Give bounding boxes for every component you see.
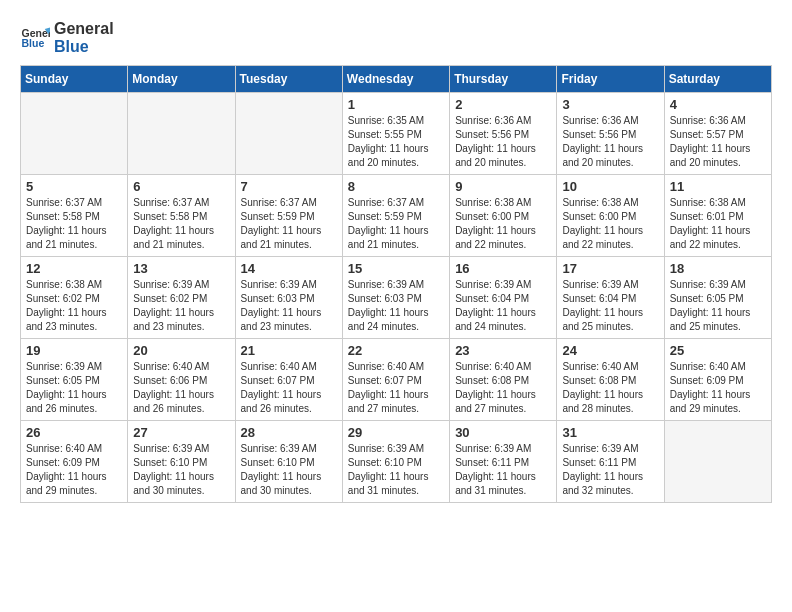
day-number: 8 bbox=[348, 179, 444, 194]
day-info: Sunrise: 6:36 AMSunset: 5:56 PMDaylight:… bbox=[455, 114, 551, 170]
svg-text:Blue: Blue bbox=[22, 37, 45, 49]
day-number: 28 bbox=[241, 425, 337, 440]
calendar-cell: 26Sunrise: 6:40 AMSunset: 6:09 PMDayligh… bbox=[21, 421, 128, 503]
day-info: Sunrise: 6:38 AMSunset: 6:00 PMDaylight:… bbox=[455, 196, 551, 252]
day-number: 10 bbox=[562, 179, 658, 194]
day-number: 18 bbox=[670, 261, 766, 276]
day-number: 4 bbox=[670, 97, 766, 112]
day-info: Sunrise: 6:37 AMSunset: 5:58 PMDaylight:… bbox=[26, 196, 122, 252]
logo: General Blue General Blue bbox=[20, 20, 114, 55]
calendar-cell bbox=[235, 93, 342, 175]
day-number: 26 bbox=[26, 425, 122, 440]
day-number: 31 bbox=[562, 425, 658, 440]
calendar-week-row: 1Sunrise: 6:35 AMSunset: 5:55 PMDaylight… bbox=[21, 93, 772, 175]
weekday-header-sunday: Sunday bbox=[21, 66, 128, 93]
day-number: 6 bbox=[133, 179, 229, 194]
calendar-week-row: 19Sunrise: 6:39 AMSunset: 6:05 PMDayligh… bbox=[21, 339, 772, 421]
day-number: 12 bbox=[26, 261, 122, 276]
calendar-cell: 29Sunrise: 6:39 AMSunset: 6:10 PMDayligh… bbox=[342, 421, 449, 503]
calendar-week-row: 5Sunrise: 6:37 AMSunset: 5:58 PMDaylight… bbox=[21, 175, 772, 257]
day-info: Sunrise: 6:37 AMSunset: 5:59 PMDaylight:… bbox=[241, 196, 337, 252]
calendar-cell: 31Sunrise: 6:39 AMSunset: 6:11 PMDayligh… bbox=[557, 421, 664, 503]
day-info: Sunrise: 6:39 AMSunset: 6:03 PMDaylight:… bbox=[241, 278, 337, 334]
calendar-cell: 24Sunrise: 6:40 AMSunset: 6:08 PMDayligh… bbox=[557, 339, 664, 421]
weekday-header-wednesday: Wednesday bbox=[342, 66, 449, 93]
calendar-cell: 14Sunrise: 6:39 AMSunset: 6:03 PMDayligh… bbox=[235, 257, 342, 339]
day-number: 1 bbox=[348, 97, 444, 112]
day-info: Sunrise: 6:40 AMSunset: 6:09 PMDaylight:… bbox=[670, 360, 766, 416]
day-number: 5 bbox=[26, 179, 122, 194]
weekday-header-friday: Friday bbox=[557, 66, 664, 93]
day-info: Sunrise: 6:40 AMSunset: 6:08 PMDaylight:… bbox=[562, 360, 658, 416]
calendar-cell: 28Sunrise: 6:39 AMSunset: 6:10 PMDayligh… bbox=[235, 421, 342, 503]
calendar-cell: 8Sunrise: 6:37 AMSunset: 5:59 PMDaylight… bbox=[342, 175, 449, 257]
day-number: 9 bbox=[455, 179, 551, 194]
day-number: 7 bbox=[241, 179, 337, 194]
day-number: 16 bbox=[455, 261, 551, 276]
calendar-cell: 20Sunrise: 6:40 AMSunset: 6:06 PMDayligh… bbox=[128, 339, 235, 421]
day-number: 15 bbox=[348, 261, 444, 276]
calendar-cell: 13Sunrise: 6:39 AMSunset: 6:02 PMDayligh… bbox=[128, 257, 235, 339]
day-info: Sunrise: 6:39 AMSunset: 6:03 PMDaylight:… bbox=[348, 278, 444, 334]
day-info: Sunrise: 6:40 AMSunset: 6:08 PMDaylight:… bbox=[455, 360, 551, 416]
weekday-header-row: SundayMondayTuesdayWednesdayThursdayFrid… bbox=[21, 66, 772, 93]
day-info: Sunrise: 6:37 AMSunset: 5:59 PMDaylight:… bbox=[348, 196, 444, 252]
day-number: 22 bbox=[348, 343, 444, 358]
day-info: Sunrise: 6:37 AMSunset: 5:58 PMDaylight:… bbox=[133, 196, 229, 252]
day-number: 19 bbox=[26, 343, 122, 358]
day-number: 13 bbox=[133, 261, 229, 276]
calendar-cell: 16Sunrise: 6:39 AMSunset: 6:04 PMDayligh… bbox=[450, 257, 557, 339]
day-info: Sunrise: 6:38 AMSunset: 6:02 PMDaylight:… bbox=[26, 278, 122, 334]
day-number: 3 bbox=[562, 97, 658, 112]
calendar-cell: 9Sunrise: 6:38 AMSunset: 6:00 PMDaylight… bbox=[450, 175, 557, 257]
calendar-cell: 17Sunrise: 6:39 AMSunset: 6:04 PMDayligh… bbox=[557, 257, 664, 339]
day-info: Sunrise: 6:40 AMSunset: 6:09 PMDaylight:… bbox=[26, 442, 122, 498]
logo-blue: Blue bbox=[54, 38, 114, 56]
calendar-cell bbox=[21, 93, 128, 175]
day-info: Sunrise: 6:39 AMSunset: 6:10 PMDaylight:… bbox=[133, 442, 229, 498]
calendar-cell bbox=[664, 421, 771, 503]
day-info: Sunrise: 6:39 AMSunset: 6:10 PMDaylight:… bbox=[348, 442, 444, 498]
day-number: 29 bbox=[348, 425, 444, 440]
day-number: 27 bbox=[133, 425, 229, 440]
calendar-cell: 3Sunrise: 6:36 AMSunset: 5:56 PMDaylight… bbox=[557, 93, 664, 175]
calendar-cell: 2Sunrise: 6:36 AMSunset: 5:56 PMDaylight… bbox=[450, 93, 557, 175]
calendar-cell: 22Sunrise: 6:40 AMSunset: 6:07 PMDayligh… bbox=[342, 339, 449, 421]
logo-general: General bbox=[54, 20, 114, 38]
calendar-cell: 1Sunrise: 6:35 AMSunset: 5:55 PMDaylight… bbox=[342, 93, 449, 175]
day-info: Sunrise: 6:36 AMSunset: 5:57 PMDaylight:… bbox=[670, 114, 766, 170]
day-info: Sunrise: 6:36 AMSunset: 5:56 PMDaylight:… bbox=[562, 114, 658, 170]
calendar-cell: 10Sunrise: 6:38 AMSunset: 6:00 PMDayligh… bbox=[557, 175, 664, 257]
calendar-cell: 4Sunrise: 6:36 AMSunset: 5:57 PMDaylight… bbox=[664, 93, 771, 175]
day-info: Sunrise: 6:39 AMSunset: 6:02 PMDaylight:… bbox=[133, 278, 229, 334]
day-info: Sunrise: 6:38 AMSunset: 6:01 PMDaylight:… bbox=[670, 196, 766, 252]
calendar-cell: 15Sunrise: 6:39 AMSunset: 6:03 PMDayligh… bbox=[342, 257, 449, 339]
weekday-header-saturday: Saturday bbox=[664, 66, 771, 93]
day-number: 20 bbox=[133, 343, 229, 358]
day-number: 21 bbox=[241, 343, 337, 358]
day-info: Sunrise: 6:39 AMSunset: 6:05 PMDaylight:… bbox=[26, 360, 122, 416]
day-number: 14 bbox=[241, 261, 337, 276]
day-number: 25 bbox=[670, 343, 766, 358]
day-number: 2 bbox=[455, 97, 551, 112]
calendar-cell: 21Sunrise: 6:40 AMSunset: 6:07 PMDayligh… bbox=[235, 339, 342, 421]
calendar-cell: 12Sunrise: 6:38 AMSunset: 6:02 PMDayligh… bbox=[21, 257, 128, 339]
weekday-header-thursday: Thursday bbox=[450, 66, 557, 93]
logo-icon: General Blue bbox=[20, 23, 50, 53]
calendar-week-row: 12Sunrise: 6:38 AMSunset: 6:02 PMDayligh… bbox=[21, 257, 772, 339]
day-number: 24 bbox=[562, 343, 658, 358]
calendar-cell: 5Sunrise: 6:37 AMSunset: 5:58 PMDaylight… bbox=[21, 175, 128, 257]
calendar-cell: 25Sunrise: 6:40 AMSunset: 6:09 PMDayligh… bbox=[664, 339, 771, 421]
day-number: 11 bbox=[670, 179, 766, 194]
day-info: Sunrise: 6:39 AMSunset: 6:04 PMDaylight:… bbox=[562, 278, 658, 334]
weekday-header-monday: Monday bbox=[128, 66, 235, 93]
day-number: 17 bbox=[562, 261, 658, 276]
day-info: Sunrise: 6:39 AMSunset: 6:04 PMDaylight:… bbox=[455, 278, 551, 334]
day-info: Sunrise: 6:40 AMSunset: 6:07 PMDaylight:… bbox=[241, 360, 337, 416]
day-info: Sunrise: 6:39 AMSunset: 6:05 PMDaylight:… bbox=[670, 278, 766, 334]
calendar-cell bbox=[128, 93, 235, 175]
calendar-cell: 23Sunrise: 6:40 AMSunset: 6:08 PMDayligh… bbox=[450, 339, 557, 421]
page-header: General Blue General Blue bbox=[20, 20, 772, 55]
calendar-cell: 18Sunrise: 6:39 AMSunset: 6:05 PMDayligh… bbox=[664, 257, 771, 339]
day-info: Sunrise: 6:40 AMSunset: 6:06 PMDaylight:… bbox=[133, 360, 229, 416]
